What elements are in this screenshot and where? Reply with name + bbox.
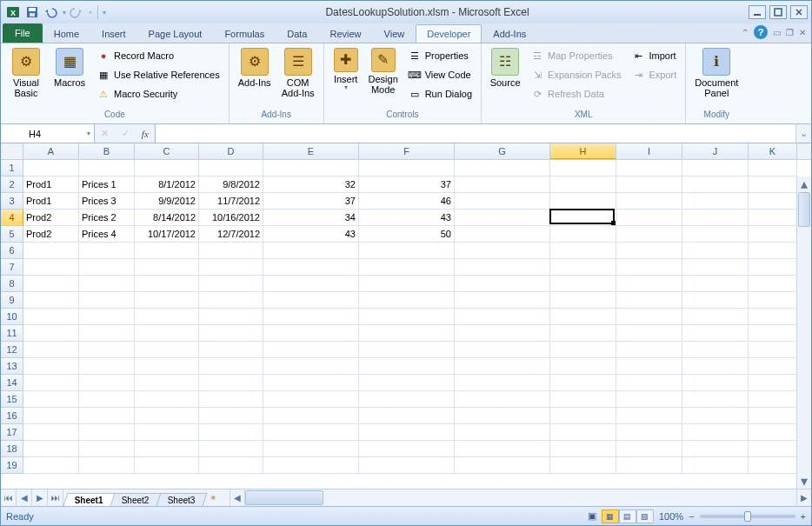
cell[interactable] xyxy=(79,325,135,342)
cell[interactable]: Prod1 xyxy=(23,193,79,210)
vertical-scrollbar[interactable]: ▴ ▾ xyxy=(796,176,811,489)
namebox-dropdown-icon[interactable]: ▾ xyxy=(87,130,90,137)
cell[interactable]: Prices 4 xyxy=(79,226,135,243)
cell[interactable]: 32 xyxy=(263,176,359,193)
row-header[interactable]: 11 xyxy=(1,325,23,342)
cell[interactable] xyxy=(79,408,135,424)
cell[interactable] xyxy=(79,259,135,276)
cell[interactable] xyxy=(550,309,616,325)
tab-home[interactable]: Home xyxy=(43,24,90,43)
name-box-input[interactable] xyxy=(4,129,65,139)
cell[interactable] xyxy=(682,424,749,441)
addins-button[interactable]: ⚙ Add-Ins xyxy=(233,45,276,108)
cell[interactable] xyxy=(455,309,550,325)
cell[interactable] xyxy=(749,276,797,292)
cell[interactable] xyxy=(455,226,550,243)
cell[interactable] xyxy=(616,210,682,226)
undo-menu-icon[interactable]: ▾ xyxy=(63,9,66,17)
cell[interactable] xyxy=(199,243,263,259)
cell[interactable] xyxy=(135,408,199,424)
cell[interactable] xyxy=(79,358,135,375)
row-header[interactable]: 5 xyxy=(1,226,23,243)
cell[interactable] xyxy=(263,243,359,259)
cell[interactable] xyxy=(616,292,682,309)
cell[interactable] xyxy=(550,424,616,441)
cell[interactable] xyxy=(682,193,749,210)
row-header[interactable]: 3 xyxy=(1,193,23,210)
fx-icon[interactable]: fx xyxy=(142,129,149,139)
col-header-B[interactable]: B xyxy=(79,143,135,159)
cell[interactable] xyxy=(682,358,749,375)
tab-file[interactable]: File xyxy=(3,23,43,43)
cell[interactable] xyxy=(616,176,682,193)
row-header[interactable]: 16 xyxy=(1,408,23,424)
cell[interactable] xyxy=(455,441,550,457)
row-header[interactable]: 18 xyxy=(1,441,23,457)
document-panel-button[interactable]: ℹ Document Panel xyxy=(689,45,743,108)
col-header-D[interactable]: D xyxy=(199,143,263,159)
cell[interactable]: Prod2 xyxy=(23,226,79,243)
cell[interactable] xyxy=(455,243,550,259)
design-mode-button[interactable]: ✎ Design Mode xyxy=(364,45,403,108)
cell[interactable] xyxy=(359,292,455,309)
cell[interactable] xyxy=(79,424,135,441)
macros-button[interactable]: ▦ Macros xyxy=(48,45,91,108)
cell[interactable] xyxy=(682,309,749,325)
cell[interactable] xyxy=(682,375,749,391)
cell[interactable] xyxy=(550,292,616,309)
cell[interactable] xyxy=(682,408,749,424)
cell[interactable] xyxy=(23,276,79,292)
cell[interactable] xyxy=(455,210,550,226)
row-header[interactable]: 6 xyxy=(1,243,23,259)
cell[interactable] xyxy=(135,325,199,342)
col-header-E[interactable]: E xyxy=(263,143,359,159)
hscroll-thumb[interactable] xyxy=(245,490,323,505)
tab-insert[interactable]: Insert xyxy=(90,24,137,43)
cell[interactable] xyxy=(749,160,797,176)
cell[interactable] xyxy=(359,358,455,375)
cell[interactable] xyxy=(749,358,797,375)
cell[interactable] xyxy=(550,358,616,375)
cell[interactable] xyxy=(455,358,550,375)
cell[interactable] xyxy=(199,276,263,292)
cell[interactable] xyxy=(135,160,199,176)
cell[interactable]: Prices 2 xyxy=(79,210,135,226)
undo-icon[interactable] xyxy=(43,3,60,21)
cell[interactable] xyxy=(682,325,749,342)
cell[interactable] xyxy=(749,424,797,441)
cell[interactable]: 8/14/2012 xyxy=(135,210,199,226)
cell[interactable] xyxy=(359,375,455,391)
properties-button[interactable]: ☰Properties xyxy=(404,47,476,64)
sheet-nav-prev-icon[interactable]: ◀ xyxy=(17,489,32,506)
cell[interactable] xyxy=(616,424,682,441)
cell[interactable] xyxy=(749,176,797,193)
cell[interactable] xyxy=(359,391,455,408)
row-header[interactable]: 9 xyxy=(1,292,23,309)
cell[interactable] xyxy=(682,391,749,408)
cell[interactable] xyxy=(199,259,263,276)
cell[interactable] xyxy=(616,342,682,358)
close-button[interactable] xyxy=(790,5,808,19)
cell[interactable] xyxy=(263,160,359,176)
cell[interactable] xyxy=(79,457,135,474)
cell[interactable]: 12/7/2012 xyxy=(199,226,263,243)
cell[interactable] xyxy=(79,342,135,358)
cell[interactable] xyxy=(263,325,359,342)
cell[interactable] xyxy=(550,226,616,243)
new-sheet-button[interactable]: ✶ xyxy=(203,489,223,506)
cell[interactable] xyxy=(749,342,797,358)
cell[interactable] xyxy=(616,325,682,342)
cell[interactable] xyxy=(263,391,359,408)
row-header[interactable]: 13 xyxy=(1,358,23,375)
row-header[interactable]: 17 xyxy=(1,424,23,441)
sheet-tab-sheet3[interactable]: Sheet3 xyxy=(156,493,207,506)
cell[interactable] xyxy=(682,276,749,292)
cell[interactable] xyxy=(682,243,749,259)
col-header-F[interactable]: F xyxy=(359,143,455,159)
normal-view-button[interactable]: ▦ xyxy=(602,509,619,523)
workbook-restore-icon[interactable]: ❐ xyxy=(786,28,794,37)
col-header-K[interactable]: K xyxy=(749,143,797,159)
formula-input[interactable] xyxy=(156,124,795,143)
cell[interactable] xyxy=(135,375,199,391)
cell[interactable]: 34 xyxy=(263,210,359,226)
